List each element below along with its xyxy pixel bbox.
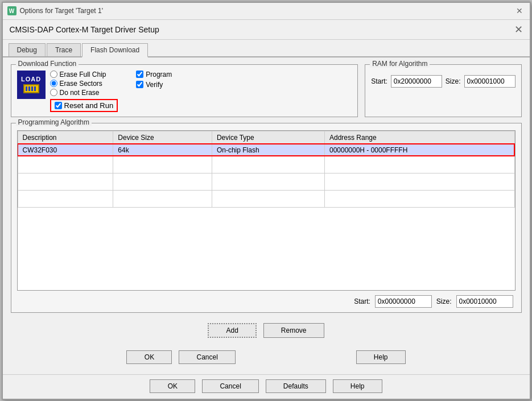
- ram-row: Start: Size:: [371, 75, 515, 88]
- outer-window: W Options for Target 'Target 1' ✕ CMSIS-…: [2, 2, 531, 400]
- algo-start-label: Start:: [354, 297, 370, 305]
- erase-sectors-row: Erase Sectors: [50, 80, 118, 88]
- reset-and-run-label: Reset and Run: [64, 101, 114, 110]
- outer-ok-button[interactable]: OK: [150, 379, 195, 393]
- inner-window-title: CMSIS-DAP Cortex-M Target Driver Setup: [10, 25, 159, 34]
- do-not-erase-label: Do not Erase: [60, 89, 100, 97]
- size-label: Size:: [446, 77, 461, 85]
- erase-sectors-label: Erase Sectors: [60, 80, 102, 88]
- program-row: Program: [136, 71, 172, 78]
- prog-algo-title: Programming Algorithm: [16, 118, 92, 126]
- cell-device-size: 64k: [113, 144, 212, 156]
- algo-size-label: Size:: [436, 297, 452, 305]
- top-row: Download Function LOAD: [11, 64, 522, 117]
- table-row-empty3: [18, 190, 514, 207]
- erase-full-chip-label: Erase Full Chip: [60, 71, 106, 78]
- cell-description: CW32F030: [18, 144, 113, 156]
- outer-cancel-button[interactable]: Cancel: [202, 379, 258, 393]
- inner-close-button[interactable]: ✕: [514, 24, 523, 35]
- outer-titlebar: W Options for Target 'Target 1' ✕: [3, 3, 530, 20]
- verify-checkbox[interactable]: [136, 81, 143, 88]
- outer-help-button[interactable]: Help: [333, 379, 382, 393]
- content-area: Download Function LOAD: [3, 57, 530, 374]
- ok-button[interactable]: OK: [126, 350, 172, 364]
- load-chip: [23, 84, 39, 93]
- col-device-size: Device Size: [113, 131, 212, 144]
- reset-and-run-checkbox[interactable]: [55, 102, 62, 109]
- download-function-title: Download Function: [16, 60, 79, 68]
- tab-debug[interactable]: Debug: [9, 43, 46, 56]
- ok-cancel-help-row: OK Cancel Help: [11, 346, 522, 367]
- load-icon: LOAD: [17, 71, 46, 99]
- outer-window-title: Options for Target 'Target 1': [20, 7, 103, 15]
- col-address-range: Address Range: [324, 131, 514, 144]
- table-row[interactable]: CW32F030 64k On-chip Flash 00000000H - 0…: [18, 144, 514, 156]
- cell-device-type: On-chip Flash: [212, 144, 324, 156]
- cancel-button[interactable]: Cancel: [179, 350, 235, 364]
- program-checkbox[interactable]: [136, 71, 143, 78]
- options-col: Erase Full Chip Erase Sectors Do not Era…: [50, 71, 118, 112]
- erase-full-chip-radio[interactable]: [50, 71, 57, 78]
- ram-start-input[interactable]: [391, 75, 442, 88]
- cell-address-range: 00000000H - 0000FFFFH: [324, 144, 514, 156]
- outer-defaults-button[interactable]: Defaults: [266, 379, 326, 393]
- program-label: Program: [146, 71, 172, 78]
- table-header-row: Description Device Size Device Type Addr…: [18, 131, 514, 144]
- tabs-row: Debug Trace Flash Download: [3, 40, 530, 57]
- app-icon: W: [7, 6, 17, 15]
- inner-titlebar: CMSIS-DAP Cortex-M Target Driver Setup ✕: [3, 20, 530, 40]
- remove-button[interactable]: Remove: [263, 323, 324, 338]
- algo-table: Description Device Size Device Type Addr…: [18, 131, 515, 208]
- outer-titlebar-left: W Options for Target 'Target 1': [7, 6, 103, 15]
- load-icon-inner: LOAD: [17, 71, 46, 99]
- download-function-group: Download Function LOAD: [11, 64, 358, 117]
- programming-algorithm-group: Programming Algorithm Description Device…: [11, 123, 522, 313]
- erase-full-chip-row: Erase Full Chip: [50, 71, 118, 78]
- tab-trace[interactable]: Trace: [47, 43, 81, 56]
- col-device-type: Device Type: [212, 131, 324, 144]
- verify-label: Verify: [146, 81, 163, 89]
- download-func-content: LOAD Erase Full Chip: [17, 71, 352, 112]
- outer-bottom-row: OK Cancel Defaults Help: [3, 374, 530, 399]
- table-row-empty2: [18, 173, 514, 190]
- start-label: Start:: [371, 77, 387, 85]
- algo-table-wrapper: Description Device Size Device Type Addr…: [17, 130, 515, 291]
- tab-flash-download[interactable]: Flash Download: [82, 43, 148, 57]
- checkboxes-col: Program Verify: [134, 71, 172, 89]
- ram-algorithm-group: RAM for Algorithm Start: Size:: [365, 64, 521, 117]
- algo-start-input[interactable]: [375, 295, 432, 308]
- inner-window: CMSIS-DAP Cortex-M Target Driver Setup ✕…: [3, 20, 530, 374]
- algo-bottom-row: Start: Size:: [17, 295, 515, 308]
- do-not-erase-radio[interactable]: [50, 89, 57, 96]
- add-button[interactable]: Add: [208, 323, 256, 338]
- load-text: LOAD: [21, 76, 41, 83]
- add-remove-buttons-row: Add Remove: [11, 319, 522, 340]
- verify-row: Verify: [136, 81, 172, 89]
- do-not-erase-row: Do not Erase: [50, 89, 118, 97]
- algo-size-input[interactable]: [456, 295, 513, 308]
- reset-run-box: Reset and Run: [50, 99, 118, 112]
- help-button[interactable]: Help: [356, 350, 406, 364]
- table-row-empty1: [18, 156, 514, 173]
- ram-algorithm-title: RAM for Algorithm: [370, 60, 430, 68]
- ram-size-input[interactable]: [464, 75, 515, 88]
- outer-close-button[interactable]: ✕: [514, 6, 525, 15]
- col-description: Description: [18, 131, 113, 144]
- erase-sectors-radio[interactable]: [50, 80, 57, 87]
